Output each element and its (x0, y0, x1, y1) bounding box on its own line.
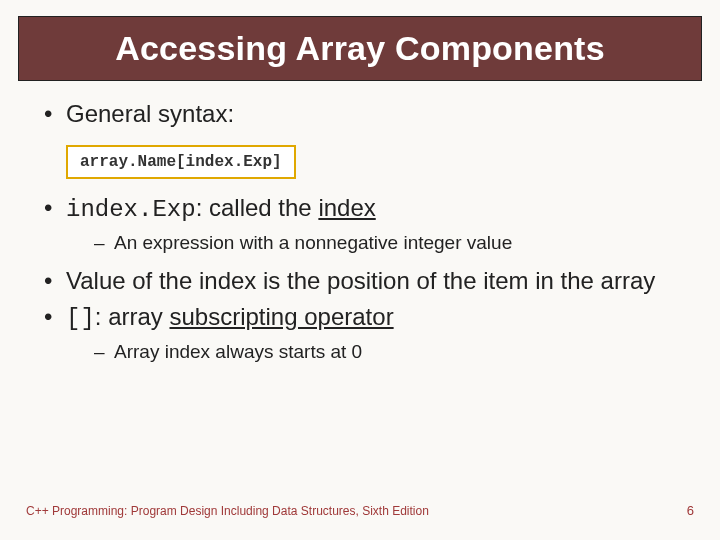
title-band: Accessing Array Components (18, 16, 702, 81)
bullet-text: General syntax: (66, 100, 234, 127)
bullet-indexexp: index.Exp: called the index An expressio… (44, 193, 692, 256)
subbullet-text: An expression with a nonnegative integer… (114, 232, 512, 253)
slide-title: Accessing Array Components (29, 29, 691, 68)
underlined-term: subscripting operator (170, 303, 394, 330)
bullet-value-of-index: Value of the index is the position of th… (44, 266, 692, 296)
bullet-subscripting-operator: []: array subscripting operator Array in… (44, 302, 692, 365)
slide: Accessing Array Components General synta… (0, 0, 720, 540)
page-number: 6 (687, 503, 694, 518)
footer-text: C++ Programming: Program Design Includin… (26, 504, 429, 518)
code-text: array.Name[index.Exp] (80, 153, 282, 171)
bullet-text: Value of the index is the position of th… (66, 267, 655, 294)
subbullet: Array index always starts at 0 (94, 340, 692, 365)
code-inline: [] (66, 305, 95, 332)
code-inline: index.Exp (66, 196, 196, 223)
subbullet-text: Array index always starts at 0 (114, 341, 362, 362)
bullet-text: : array (95, 303, 170, 330)
footer: C++ Programming: Program Design Includin… (0, 503, 720, 540)
slide-body: General syntax: array.Name[index.Exp] in… (0, 81, 720, 503)
subbullet: An expression with a nonnegative integer… (94, 231, 692, 256)
syntax-code-box: array.Name[index.Exp] (66, 145, 296, 179)
bullet-general-syntax: General syntax: (44, 99, 692, 129)
bullet-text: : called the (196, 194, 319, 221)
underlined-term: index (318, 194, 375, 221)
